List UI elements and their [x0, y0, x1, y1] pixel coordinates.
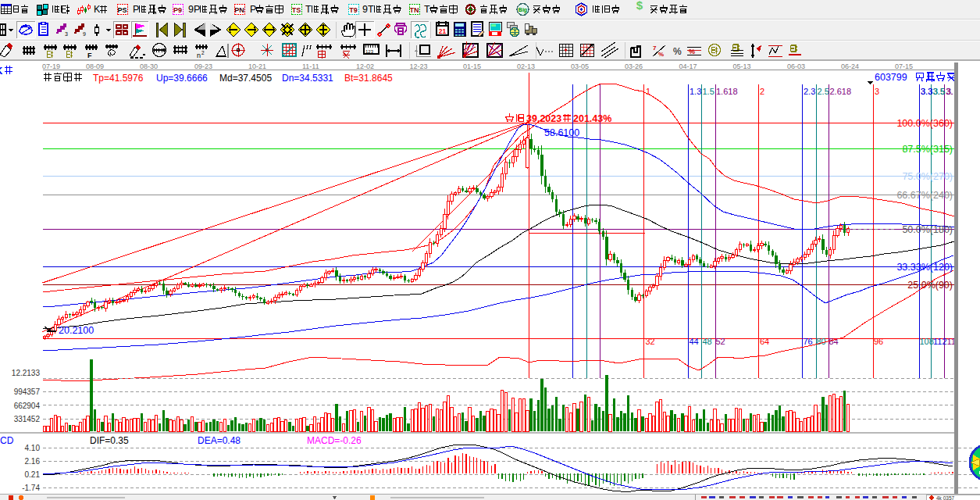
svg-text:Big: Big — [519, 7, 527, 13]
svg-text:P9: P9 — [173, 6, 182, 14]
svg-text:331452: 331452 — [14, 415, 41, 423]
svg-text:2.5: 2.5 — [818, 87, 829, 96]
svg-text:44: 44 — [690, 337, 699, 346]
svg-text:CD: CD — [0, 435, 14, 446]
svg-text:48: 48 — [703, 337, 712, 346]
svg-text:P: P — [133, 4, 139, 15]
svg-text:Dn=34.5331: Dn=34.5331 — [282, 73, 333, 84]
svg-text:Tp=41.5976: Tp=41.5976 — [93, 73, 144, 84]
svg-text:75.0%(270): 75.0%(270) — [902, 171, 953, 182]
svg-text:994357: 994357 — [14, 388, 41, 396]
svg-text:%: % — [689, 48, 695, 55]
svg-text:33.33%(120): 33.33%(120) — [896, 262, 953, 273]
svg-text:32: 32 — [646, 337, 655, 346]
svg-text:9: 9 — [83, 31, 86, 37]
svg-text:12-23: 12-23 — [410, 62, 428, 70]
svg-text:96: 96 — [874, 337, 883, 346]
svg-text:07-19: 07-19 — [42, 62, 60, 70]
svg-text:TS: TS — [292, 6, 301, 14]
svg-text:T9: T9 — [349, 6, 358, 14]
svg-text:03-05: 03-05 — [571, 62, 589, 70]
svg-text:3.5: 3.5 — [933, 87, 945, 96]
svg-text:PN: PN — [234, 6, 244, 14]
svg-text:%: % — [658, 51, 664, 58]
svg-text:4k 0357: 4k 0357 — [936, 495, 955, 500]
svg-text:02-13: 02-13 — [517, 62, 535, 70]
svg-text:DIF=0.35: DIF=0.35 — [90, 435, 129, 446]
svg-text:04-17: 04-17 — [679, 62, 697, 70]
svg-text:$: $ — [636, 0, 643, 12]
svg-text:3.3: 3.3 — [921, 87, 932, 96]
svg-text:76: 76 — [804, 337, 813, 346]
svg-text:T: T — [368, 4, 374, 15]
svg-text:08-30: 08-30 — [140, 62, 158, 70]
svg-text:52: 52 — [716, 337, 725, 346]
svg-text:Bt=31.8645: Bt=31.8645 — [344, 73, 393, 84]
svg-text:50.0%(180): 50.0%(180) — [902, 224, 953, 235]
svg-text:11-11: 11-11 — [302, 62, 319, 70]
svg-text:603799: 603799 — [875, 72, 907, 83]
svg-text:9: 9 — [362, 4, 368, 15]
svg-text:n: n — [197, 52, 201, 59]
svg-text:66.67%(240): 66.67%(240) — [896, 190, 953, 201]
svg-text:64: 64 — [760, 337, 769, 346]
svg-text:2.16: 2.16 — [25, 457, 41, 466]
svg-text:1.618: 1.618 — [716, 87, 738, 96]
svg-text:%: % — [673, 46, 682, 57]
svg-text:3.: 3. — [946, 87, 953, 96]
svg-text:10-21: 10-21 — [248, 62, 266, 70]
svg-text:05-13: 05-13 — [733, 62, 751, 70]
svg-text:09-23: 09-23 — [194, 62, 212, 70]
svg-text:03-26: 03-26 — [625, 62, 643, 70]
svg-text:0.21: 0.21 — [25, 470, 41, 479]
svg-text:12.2133: 12.2133 — [12, 369, 41, 377]
svg-text:100.0%(360): 100.0%(360) — [896, 118, 953, 129]
svg-text:2: 2 — [760, 87, 764, 96]
svg-text:1.3: 1.3 — [690, 87, 701, 96]
svg-text:2: 2 — [201, 50, 205, 55]
svg-text:01-15: 01-15 — [463, 62, 481, 70]
svg-text:3: 3 — [875, 87, 879, 96]
svg-text:DEA=0.48: DEA=0.48 — [198, 435, 241, 446]
svg-text:21: 21 — [439, 27, 447, 35]
svg-text:T: T — [424, 4, 430, 15]
svg-text:108: 108 — [920, 337, 934, 346]
svg-text:25.0%(90): 25.0%(90) — [907, 280, 953, 291]
svg-text:123: 123 — [365, 49, 374, 54]
svg-text:39.2023: 39.2023 — [526, 113, 561, 124]
svg-text:Up=39.6666: Up=39.6666 — [156, 73, 208, 84]
svg-text:80: 80 — [817, 337, 826, 346]
svg-text:20.2100: 20.2100 — [59, 325, 94, 336]
svg-text:201.43%: 201.43% — [573, 113, 611, 124]
svg-text:12-02: 12-02 — [356, 62, 374, 70]
svg-text:06-24: 06-24 — [841, 62, 859, 70]
svg-text:58.6100: 58.6100 — [544, 127, 579, 138]
svg-text:07-15: 07-15 — [895, 62, 913, 70]
svg-text:P: P — [194, 4, 200, 15]
svg-text:K: K — [94, 4, 101, 15]
svg-text:Md=37.4505: Md=37.4505 — [219, 73, 272, 84]
svg-text:06-03: 06-03 — [787, 62, 805, 70]
svg-text:T: T — [305, 4, 312, 15]
svg-text:2.3: 2.3 — [804, 87, 815, 96]
svg-text:MACD=-0.26: MACD=-0.26 — [307, 435, 362, 446]
svg-text:08-09: 08-09 — [86, 62, 104, 70]
svg-text:TN: TN — [410, 6, 419, 14]
svg-text:1.5: 1.5 — [703, 87, 715, 96]
svg-text:-1.74: -1.74 — [22, 484, 40, 492]
svg-text:662904: 662904 — [14, 402, 41, 410]
svg-text:112: 112 — [933, 337, 947, 346]
svg-text:F: F — [87, 52, 92, 59]
svg-text:7: 7 — [653, 45, 657, 52]
svg-text:PS: PS — [117, 6, 127, 14]
svg-text:9: 9 — [188, 4, 194, 15]
svg-text:P: P — [250, 4, 256, 15]
svg-text:2.618: 2.618 — [830, 87, 852, 96]
svg-text:3: 3 — [65, 31, 68, 37]
svg-text:4.10: 4.10 — [25, 444, 41, 452]
svg-text:87.5%(315): 87.5%(315) — [902, 144, 953, 155]
